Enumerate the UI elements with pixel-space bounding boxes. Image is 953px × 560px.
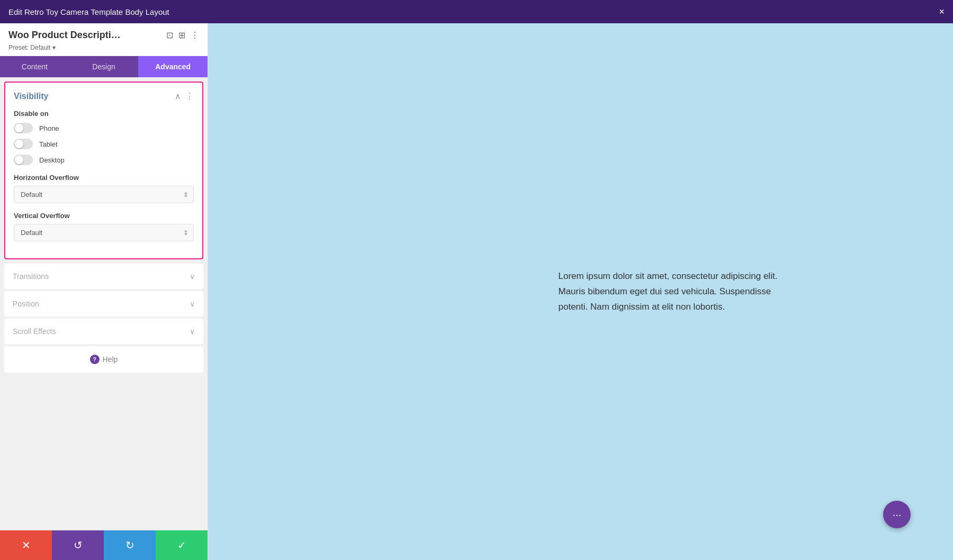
panel-title-row: Woo Product Description S... ⊡ ⊞ ⋮ (8, 30, 199, 41)
app-container: Edit Retro Toy Camera Template Body Layo… (0, 0, 953, 560)
disable-on-label: Disable on (14, 110, 194, 118)
transitions-section[interactable]: Transitions ∨ (4, 264, 203, 289)
layout-icon[interactable]: ⊞ (178, 30, 185, 40)
position-section[interactable]: Position ∨ (4, 291, 203, 317)
vertical-overflow-select-wrapper: Default Hidden Scroll Auto ⇕ (14, 224, 194, 241)
visibility-more-button[interactable]: ⋮ (185, 91, 194, 101)
save-button[interactable]: ✓ (156, 530, 208, 560)
tablet-toggle[interactable] (14, 139, 33, 149)
visibility-section: Visibility ∧ ⋮ Disable on Phone (4, 82, 203, 259)
horizontal-overflow-select-wrapper: Default Hidden Scroll Auto ⇕ (14, 186, 194, 203)
transitions-label: Transitions (13, 272, 49, 281)
phone-label: Phone (39, 124, 59, 132)
vertical-overflow-select[interactable]: Default Hidden Scroll Auto (14, 224, 194, 241)
bottom-toolbar: ✕ ↺ ↻ ✓ (0, 530, 208, 560)
tab-content[interactable]: Content (0, 56, 69, 77)
panel-preset[interactable]: Preset: Default ▾ (8, 44, 199, 51)
horizontal-overflow-label: Horizontal Overflow (14, 174, 194, 182)
redo-button[interactable]: ↻ (104, 530, 156, 560)
cancel-icon: ✕ (22, 539, 31, 552)
desktop-toggle-row: Desktop (14, 155, 194, 165)
vertical-overflow-label: Vertical Overflow (14, 212, 194, 220)
save-icon: ✓ (177, 539, 186, 552)
position-chevron-icon: ∨ (190, 300, 195, 308)
redo-icon: ↻ (125, 539, 134, 552)
tablet-toggle-row: Tablet (14, 139, 194, 149)
desktop-label: Desktop (39, 156, 65, 164)
title-bar: Edit Retro Toy Camera Template Body Layo… (0, 0, 953, 23)
tabs: Content Design Advanced (0, 56, 208, 77)
help-section: ? Help (4, 346, 203, 373)
horizontal-overflow-section: Horizontal Overflow Default Hidden Scrol… (14, 174, 194, 203)
transitions-chevron-icon: ∨ (190, 272, 195, 281)
tab-advanced[interactable]: Advanced (138, 56, 208, 77)
left-panel: Woo Product Description S... ⊡ ⊞ ⋮ Prese… (0, 23, 208, 560)
phone-toggle-row: Phone (14, 123, 194, 133)
tablet-label: Tablet (39, 140, 58, 148)
vertical-overflow-section: Vertical Overflow Default Hidden Scroll … (14, 212, 194, 241)
fab-button[interactable]: ··· (883, 501, 911, 528)
panel-content: Visibility ∧ ⋮ Disable on Phone (0, 77, 208, 530)
horizontal-overflow-select[interactable]: Default Hidden Scroll Auto (14, 186, 194, 203)
undo-button[interactable]: ↺ (52, 530, 104, 560)
collapse-visibility-button[interactable]: ∧ (175, 91, 181, 101)
fab-icon: ··· (893, 509, 902, 521)
phone-toggle[interactable] (14, 123, 33, 133)
section-header-icons: ∧ ⋮ (175, 91, 194, 101)
title-bar-close-button[interactable]: × (939, 7, 945, 16)
more-options-icon[interactable]: ⋮ (191, 30, 199, 40)
visibility-section-header: Visibility ∧ ⋮ (14, 91, 194, 101)
scroll-effects-label: Scroll Effects (13, 327, 56, 336)
responsive-icon[interactable]: ⊡ (166, 30, 173, 40)
undo-icon: ↺ (74, 539, 83, 552)
right-content: Lorem ipsum dolor sit amet, consectetur … (208, 23, 953, 560)
panel-header: Woo Product Description S... ⊡ ⊞ ⋮ Prese… (0, 23, 208, 56)
scroll-effects-section[interactable]: Scroll Effects ∨ (4, 319, 203, 344)
position-label: Position (13, 300, 39, 308)
visibility-title: Visibility (14, 92, 49, 101)
help-icon: ? (90, 355, 100, 364)
panel-title: Woo Product Description S... (8, 30, 125, 41)
tab-design[interactable]: Design (69, 56, 139, 77)
panel-title-icons: ⊡ ⊞ ⋮ (166, 30, 199, 40)
main-layout: Woo Product Description S... ⊡ ⊞ ⋮ Prese… (0, 23, 953, 560)
cancel-button[interactable]: ✕ (0, 530, 52, 560)
desktop-toggle[interactable] (14, 155, 33, 165)
scroll-effects-chevron-icon: ∨ (190, 327, 195, 336)
help-label: Help (103, 355, 118, 364)
title-bar-text: Edit Retro Toy Camera Template Body Layo… (8, 7, 169, 16)
main-content-text: Lorem ipsum dolor sit amet, consectetur … (559, 269, 781, 315)
